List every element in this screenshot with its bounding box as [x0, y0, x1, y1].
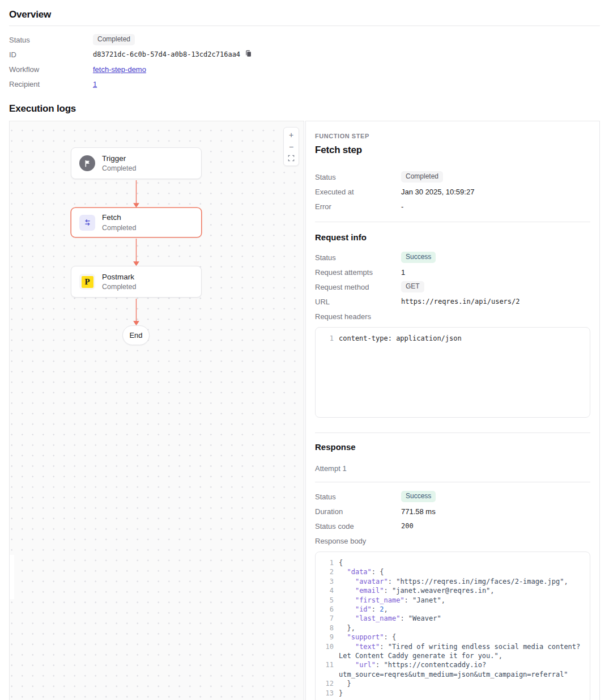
postmark-logo-letter: P	[82, 276, 93, 288]
node-status: Completed	[102, 164, 136, 172]
node-texts: Fetch Completed	[102, 213, 136, 232]
copy-id-button[interactable]	[245, 50, 252, 59]
url-value: https://reqres.in/api/users/2	[401, 298, 520, 306]
node-title: Trigger	[102, 154, 136, 163]
response-body-label: Response body	[315, 537, 401, 545]
execution-detail-page: Overview Status Completed ID d83721dc-6c…	[0, 0, 609, 700]
workflow-label: Workflow	[9, 65, 93, 74]
step-status-row: Status Completed	[315, 169, 590, 184]
divider	[315, 432, 590, 433]
success-badge: Success	[401, 252, 436, 264]
executed-at-label: Executed at	[315, 188, 401, 196]
executed-at-row: Executed at Jan 30 2025, 10:59:27	[315, 184, 590, 199]
executed-at-value: Jan 30 2025, 10:59:27	[401, 188, 474, 196]
status-badge: Completed	[93, 34, 135, 46]
recipient-label: Recipient	[9, 80, 93, 88]
divider	[9, 26, 600, 26]
status-label: Status	[9, 36, 93, 44]
method-badge: GET	[401, 281, 424, 293]
error-value: -	[401, 202, 403, 211]
fullscreen-button[interactable]	[284, 152, 299, 164]
zoom-in-button[interactable]: +	[284, 129, 299, 141]
status-label: Status	[315, 493, 401, 501]
canvas-zoom-controls: + −	[283, 127, 299, 166]
flow-node-postmark[interactable]: P Postmark Completed	[71, 266, 202, 298]
step-title: Fetch step	[315, 145, 590, 156]
status-code-label: Status code	[315, 522, 401, 531]
overview-status-row: Status Completed	[9, 32, 600, 47]
attempts-value: 1	[401, 268, 405, 277]
clipped-canvas-element	[10, 555, 14, 599]
divider	[315, 222, 590, 222]
recipient-link[interactable]: 1	[93, 80, 97, 88]
workflow-canvas[interactable]: Trigger Completed Fetch Completed P P	[9, 121, 304, 700]
response-title: Response	[315, 442, 590, 452]
request-headers-label: Request headers	[315, 312, 401, 321]
overview-workflow-row: Workflow fetch-step-demo	[9, 62, 600, 77]
workflow-link[interactable]: fetch-step-demo	[93, 65, 146, 74]
execution-logs-body: Trigger Completed Fetch Completed P P	[9, 121, 600, 700]
overview-id-row: ID d83721dc-6c0b-57d4-a0b8-13cd2c716aa4	[9, 47, 600, 62]
node-title: Postmark	[102, 273, 136, 282]
attempts-label: Request attempts	[315, 268, 401, 277]
postmark-p-icon: P	[79, 274, 95, 290]
request-info-title: Request info	[315, 232, 590, 242]
node-texts: Trigger Completed	[102, 154, 136, 173]
overview-recipient-row: Recipient 1	[9, 77, 600, 91]
copy-icon	[245, 50, 252, 59]
divider	[315, 482, 590, 482]
flow-node-trigger[interactable]: Trigger Completed	[71, 147, 202, 179]
url-label: URL	[315, 298, 401, 306]
node-title: Fetch	[102, 213, 136, 222]
success-badge: Success	[401, 491, 436, 503]
flow-node-fetch[interactable]: Fetch Completed	[71, 207, 202, 237]
request-status-row: Status Success	[315, 250, 590, 265]
response-body-row: Response body	[315, 533, 590, 548]
swap-arrows-icon	[79, 215, 95, 231]
attempt-label: Attempt 1	[315, 464, 590, 473]
request-method-row: Request method GET	[315, 279, 590, 294]
request-headers-row: Request headers	[315, 309, 590, 324]
node-texts: Postmark Completed	[102, 273, 136, 291]
id-label: ID	[9, 50, 93, 59]
step-kicker: FUNCTION STEP	[315, 133, 590, 139]
status-badge: Completed	[401, 171, 443, 183]
response-status-row: Status Success	[315, 489, 590, 504]
flow-node-end[interactable]: End	[122, 325, 150, 345]
request-attempts-row: Request attempts 1	[315, 265, 590, 279]
status-label: Status	[315, 173, 401, 181]
node-status: Completed	[102, 283, 136, 291]
duration-value: 771.58 ms	[401, 507, 436, 516]
duration-row: Duration 771.58 ms	[315, 504, 590, 519]
transaction-id: d83721dc-6c0b-57d4-a0b8-13cd2c716aa4	[93, 50, 240, 58]
status-label: Status	[315, 253, 401, 262]
error-label: Error	[315, 202, 401, 211]
flag-icon	[79, 155, 95, 171]
fullscreen-icon	[288, 155, 295, 163]
zoom-out-button[interactable]: −	[284, 141, 299, 152]
response-body-code-block: 1{2 "data": {3 "avatar": "https://reqres…	[315, 551, 590, 700]
execution-logs-title: Execution logs	[9, 103, 600, 114]
step-detail-panel: FUNCTION STEP Fetch step Status Complete…	[305, 121, 600, 700]
overview-title: Overview	[9, 9, 600, 20]
error-row: Error -	[315, 199, 590, 214]
status-code-row: Status code 200	[315, 519, 590, 533]
duration-label: Duration	[315, 507, 401, 516]
status-code-value: 200	[401, 522, 414, 530]
method-label: Request method	[315, 283, 401, 291]
node-status: Completed	[102, 224, 136, 232]
request-headers-code-block: 1content-type: application/json	[315, 327, 590, 418]
request-url-row: URL https://reqres.in/api/users/2	[315, 294, 590, 309]
